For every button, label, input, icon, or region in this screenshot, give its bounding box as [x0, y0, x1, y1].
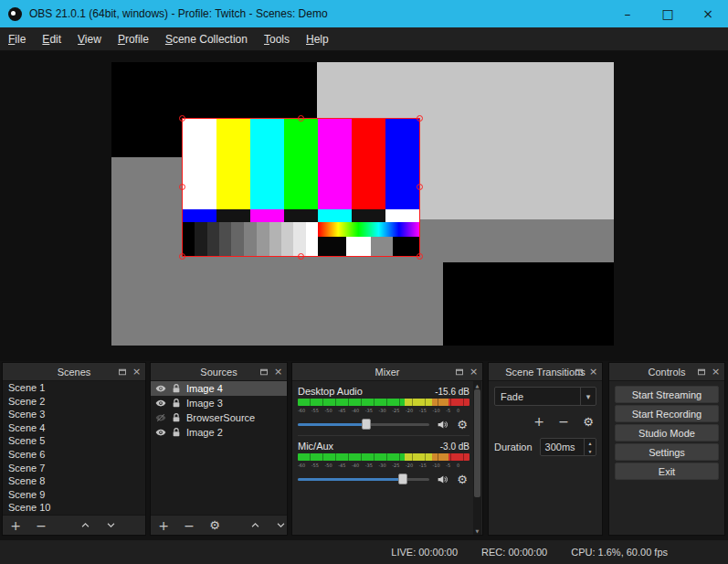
slider-handle[interactable] — [398, 474, 407, 484]
selection-handle[interactable] — [417, 253, 423, 260]
menu-view[interactable]: View — [69, 27, 110, 50]
exit-button[interactable]: Exit — [615, 463, 719, 480]
dock-close-button[interactable]: × — [468, 366, 480, 378]
move-source-up-button[interactable] — [248, 517, 261, 534]
source-properties-button[interactable]: ⚙ — [208, 517, 221, 534]
scenes-dock-titlebar[interactable]: Scenes × — [3, 363, 145, 381]
selection-handle[interactable] — [179, 253, 185, 260]
float-icon — [697, 367, 706, 377]
selection-outline[interactable] — [182, 118, 420, 257]
lock-icon[interactable] — [171, 398, 182, 409]
chevron-up-icon — [80, 520, 90, 530]
slider-handle[interactable] — [362, 419, 371, 430]
eye-icon[interactable] — [155, 427, 166, 438]
menu-edit[interactable]: Edit — [34, 27, 69, 50]
remove-scene-button[interactable]: − — [35, 517, 47, 534]
dock-float-button[interactable] — [695, 366, 707, 378]
start-recording-button[interactable]: Start Recording — [615, 405, 719, 422]
lock-icon[interactable] — [171, 383, 182, 394]
scene-list-item[interactable]: Scene 2 — [3, 395, 145, 409]
selection-handle[interactable] — [179, 115, 185, 122]
selection-handle[interactable] — [417, 184, 423, 190]
menu-scene-collection[interactable]: Scene Collection — [157, 27, 256, 50]
channel-level: -15.6 dB — [435, 387, 470, 397]
selection-handle[interactable] — [417, 115, 423, 122]
transitions-dock-titlebar[interactable]: Scene Transitions × — [489, 363, 602, 381]
studio-mode-button[interactable]: Studio Mode — [615, 424, 719, 442]
menu-profile[interactable]: Profile — [110, 27, 157, 50]
source-row[interactable]: Image 3 — [151, 396, 287, 410]
eye-icon[interactable] — [155, 383, 166, 394]
spin-up-button[interactable]: ▲ — [585, 439, 596, 447]
mute-button[interactable] — [435, 417, 449, 431]
scene-list-item[interactable]: Scene 8 — [3, 474, 145, 488]
duration-spinbox[interactable]: 300ms ▲ ▼ — [540, 438, 596, 456]
menu-tools[interactable]: Tools — [256, 27, 298, 50]
volume-slider[interactable] — [298, 418, 429, 431]
source-row[interactable]: Image 2 — [151, 425, 287, 440]
scene-list-item[interactable]: Scene 5 — [3, 434, 145, 448]
scene-list-item[interactable]: Scene 6 — [3, 448, 145, 462]
chevron-down-icon — [276, 520, 286, 530]
scene-list-item[interactable]: Scene 7 — [3, 462, 145, 475]
transition-properties-button[interactable]: ⚙ — [582, 413, 595, 430]
scroll-down-icon[interactable]: ▼ — [473, 527, 481, 535]
mixer-channel: Desktop Audio -15.6 dB -60 -55 -50 -45 -… — [298, 386, 470, 436]
spin-down-button[interactable]: ▼ — [585, 447, 596, 455]
scene-list-item[interactable]: Scene 4 — [3, 421, 145, 435]
dock-float-button[interactable] — [453, 366, 465, 378]
start-streaming-button[interactable]: Start Streaming — [615, 386, 719, 403]
titlebar[interactable]: OBS 21.0.1 (64bit, windows) - Profile: T… — [0, 0, 728, 27]
maximize-button[interactable]: □ — [648, 0, 688, 27]
selection-handle[interactable] — [298, 115, 304, 122]
remove-transition-button[interactable]: − — [557, 413, 570, 430]
lock-icon[interactable] — [171, 427, 182, 438]
dock-float-button[interactable] — [116, 366, 128, 378]
volume-meter — [298, 453, 470, 461]
move-scene-down-button[interactable] — [104, 517, 117, 534]
dock-close-button[interactable]: × — [272, 366, 284, 378]
menu-help[interactable]: Help — [298, 27, 337, 50]
controls-dock-titlebar[interactable]: Controls × — [609, 363, 724, 381]
close-button[interactable]: × — [688, 0, 728, 27]
source-row[interactable]: BrowserSource — [151, 410, 287, 425]
volume-slider[interactable] — [298, 473, 429, 485]
dock-float-button[interactable] — [573, 366, 585, 378]
dock-close-button[interactable]: × — [587, 366, 599, 378]
sources-dock-titlebar[interactable]: Sources × — [151, 363, 287, 381]
eye-off-icon[interactable] — [155, 412, 166, 423]
scene-list-item[interactable]: Scene 1 — [3, 381, 145, 395]
eye-icon[interactable] — [155, 398, 166, 409]
mixer-scrollbar[interactable]: ▲ ▼ — [473, 381, 481, 535]
mute-button[interactable] — [435, 472, 449, 486]
dock-close-button[interactable]: × — [131, 366, 142, 378]
volume-meter — [298, 399, 470, 406]
menu-file[interactable]: File — [0, 27, 34, 50]
source-name: Image 4 — [186, 383, 223, 394]
channel-settings-button[interactable]: ⚙ — [455, 472, 470, 486]
move-scene-up-button[interactable] — [79, 517, 91, 534]
settings-button[interactable]: Settings — [615, 443, 719, 461]
minimize-button[interactable]: – — [607, 0, 648, 27]
selection-handle[interactable] — [298, 253, 304, 260]
selection-handle[interactable] — [179, 184, 185, 190]
lock-icon[interactable] — [171, 412, 182, 423]
scene-list-item[interactable]: Scene 10 — [3, 501, 145, 515]
scene-list-item[interactable]: Scene 9 — [3, 488, 145, 502]
transition-select[interactable]: Fade ▾ — [494, 387, 596, 406]
source-row[interactable]: Image 4 — [151, 381, 287, 396]
mixer-dock-titlebar[interactable]: Mixer × — [292, 363, 482, 381]
remove-source-button[interactable]: − — [183, 517, 195, 534]
move-source-down-button[interactable] — [274, 517, 287, 534]
add-source-button[interactable]: + — [157, 517, 170, 534]
channel-settings-button[interactable]: ⚙ — [455, 417, 470, 431]
scroll-up-icon[interactable]: ▲ — [473, 381, 481, 389]
dock-close-button[interactable]: × — [710, 366, 722, 378]
scrollbar-thumb[interactable] — [474, 389, 480, 497]
controls-dock-title: Controls — [649, 367, 686, 378]
add-scene-button[interactable]: + — [9, 517, 22, 534]
scene-list-item[interactable]: Scene 3 — [3, 408, 145, 421]
channel-name: Mic/Aux — [298, 441, 333, 452]
add-transition-button[interactable]: + — [533, 413, 545, 430]
dock-float-button[interactable] — [258, 366, 269, 378]
